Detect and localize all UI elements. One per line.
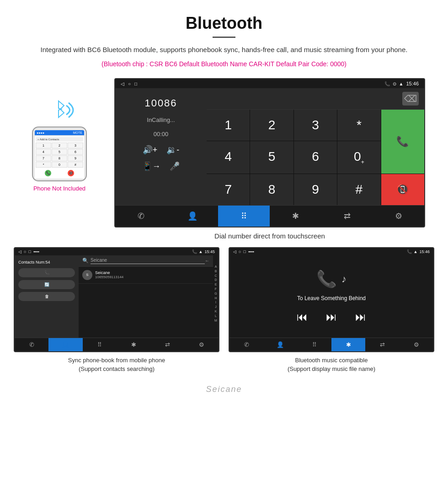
numeric-keypad: 1 2 3 * 📞 4 5 6 0+ 7 8 9 # 📵 bbox=[207, 110, 424, 205]
nav-contacts[interactable]: 👤 bbox=[167, 206, 219, 227]
location-icon: ⊙ bbox=[393, 81, 396, 86]
main-screen-caption: Dial number direct from touchscreen bbox=[214, 232, 325, 240]
mute-icon[interactable]: 🎤 bbox=[170, 161, 180, 171]
contact-avatar: S bbox=[82, 270, 92, 280]
alpha-c[interactable]: C bbox=[213, 274, 219, 278]
nav-bluetooth[interactable]: ✱ bbox=[270, 206, 321, 227]
phone-key-3[interactable]: 3 bbox=[68, 143, 83, 148]
key-star[interactable]: * bbox=[337, 110, 380, 141]
key-3[interactable]: 3 bbox=[294, 110, 337, 141]
nav-settings[interactable]: ⚙ bbox=[373, 206, 424, 227]
music-nav-transfer[interactable]: ⇄ bbox=[365, 338, 399, 351]
phone-key-star[interactable]: * bbox=[36, 162, 51, 168]
nav-dialpad[interactable]: ⠿ bbox=[218, 206, 270, 227]
call-controls: 🔊+ 🔉- 📱→ 🎤 bbox=[123, 145, 199, 171]
phone-key-8[interactable]: 8 bbox=[52, 155, 67, 161]
alpha-g[interactable]: G bbox=[213, 291, 219, 296]
music-nav-contacts[interactable]: 👤 bbox=[263, 338, 297, 351]
music-recents-icon[interactable]: □ bbox=[243, 249, 245, 254]
contacts-home-icon[interactable]: ○ bbox=[24, 249, 26, 254]
music-nav-bluetooth[interactable]: ✱ bbox=[331, 338, 365, 351]
phone-key-9[interactable]: 9 bbox=[68, 155, 83, 161]
contact-item[interactable]: S Seicane 10655059113144 bbox=[79, 267, 213, 284]
alpha-e[interactable]: E bbox=[213, 282, 219, 287]
sync-button[interactable]: 🔄 bbox=[18, 280, 75, 289]
alpha-l[interactable]: L bbox=[213, 314, 219, 318]
home-icon[interactable]: ○ bbox=[128, 81, 131, 86]
contacts-nav-settings[interactable]: ⚙ bbox=[185, 338, 219, 351]
volume-up-icon[interactable]: 🔊+ bbox=[143, 145, 158, 155]
alpha-h[interactable]: H bbox=[213, 296, 219, 301]
contacts-caption: Sync phone-book from mobile phone (Suppo… bbox=[68, 356, 165, 374]
end-call-button[interactable]: 📵 bbox=[381, 174, 424, 205]
music-body: 📞 ♪ To Leave Something Behind ⏮ ⏭ ⏭ bbox=[229, 255, 433, 338]
phone-dialpad: 1 2 3 4 5 6 7 8 9 * 0 # bbox=[36, 143, 83, 168]
search-input[interactable]: Seicane bbox=[91, 258, 205, 264]
delete-button[interactable]: 🗑 bbox=[18, 292, 75, 301]
alpha-b[interactable]: B bbox=[213, 269, 219, 274]
call-contact-button[interactable]: 📞 bbox=[18, 268, 75, 277]
phone-key-5[interactable]: 5 bbox=[52, 149, 67, 155]
contacts-count: Contacts Num:54 bbox=[18, 260, 75, 264]
key-9[interactable]: 9 bbox=[294, 174, 337, 205]
contacts-notif-icon: ▪▪▪▪ bbox=[33, 249, 39, 254]
contacts-back-icon[interactable]: ◁ bbox=[18, 249, 21, 254]
alpha-k[interactable]: K bbox=[213, 309, 219, 314]
call-green-button[interactable]: 📞 bbox=[381, 110, 424, 174]
nav-transfer[interactable]: ⇄ bbox=[321, 206, 373, 227]
music-nav-call[interactable]: ✆ bbox=[229, 338, 263, 351]
back-icon[interactable]: ◁ bbox=[121, 81, 124, 86]
contacts-nav-dialpad[interactable]: ⠿ bbox=[83, 338, 117, 351]
delete-icon: 🗑 bbox=[45, 294, 49, 299]
prev-track-button[interactable]: ⏮ bbox=[297, 311, 308, 323]
music-nav-settings[interactable]: ⚙ bbox=[400, 338, 433, 351]
key-8[interactable]: 8 bbox=[250, 174, 293, 205]
nav-call[interactable]: ✆ bbox=[115, 206, 167, 227]
key-2[interactable]: 2 bbox=[250, 110, 293, 141]
phone-end-button[interactable]: 📵 bbox=[68, 170, 74, 176]
recents-icon[interactable]: □ bbox=[134, 81, 137, 86]
music-nav-dialpad[interactable]: ⠿ bbox=[298, 338, 331, 351]
phone-key-6[interactable]: 6 bbox=[68, 149, 83, 155]
music-back-icon[interactable]: ◁ bbox=[233, 249, 236, 254]
backspace-button[interactable]: ⌫ bbox=[402, 92, 419, 106]
key-0plus[interactable]: 0+ bbox=[337, 141, 380, 174]
phone-key-hash[interactable]: # bbox=[68, 162, 83, 168]
phone-call-button[interactable]: 📞 bbox=[45, 170, 51, 176]
contacts-recents-icon[interactable]: □ bbox=[28, 249, 31, 254]
phone-key-2[interactable]: 2 bbox=[52, 143, 67, 148]
music-home-icon[interactable]: ○ bbox=[239, 249, 241, 254]
phone-key-7[interactable]: 7 bbox=[36, 155, 51, 161]
alpha-a[interactable]: A bbox=[213, 264, 219, 269]
phone-key-4[interactable]: 4 bbox=[36, 149, 51, 155]
key-4[interactable]: 4 bbox=[207, 141, 250, 174]
music-playback-controls: ⏮ ⏭ ⏭ bbox=[297, 311, 366, 323]
alpha-j[interactable]: J bbox=[213, 305, 219, 309]
music-nav-bar: ✆ 👤 ⠿ ✱ ⇄ ⚙ bbox=[229, 338, 433, 351]
next-track-button[interactable]: ⏭ bbox=[355, 311, 366, 323]
status-right-icons: 📞 ⊙ ▲ 15:46 bbox=[384, 81, 419, 86]
phone-screen: + Add to Contacts 1 2 3 4 5 6 7 8 9 * 0 … bbox=[35, 136, 84, 179]
search-back-icon[interactable]: ← bbox=[205, 258, 209, 263]
contacts-nav-bluetooth[interactable]: ✱ bbox=[117, 338, 150, 351]
contacts-nav-transfer[interactable]: ⇄ bbox=[150, 338, 184, 351]
key-hash[interactable]: # bbox=[337, 174, 380, 205]
key-1[interactable]: 1 bbox=[207, 110, 250, 141]
key-6[interactable]: 6 bbox=[294, 141, 337, 174]
alpha-f[interactable]: F bbox=[213, 287, 219, 291]
contacts-nav-contacts[interactable]: 👤 bbox=[48, 338, 82, 351]
play-pause-button[interactable]: ⏭ bbox=[326, 311, 337, 323]
music-signal-icon: ▲ bbox=[414, 249, 418, 254]
phone-key-0[interactable]: 0 bbox=[52, 162, 67, 168]
volume-down-icon[interactable]: 🔉- bbox=[166, 145, 179, 155]
alpha-m[interactable]: M bbox=[213, 318, 219, 323]
contacts-status-left: ◁ ○ □ ▪▪▪▪ bbox=[18, 249, 39, 254]
key-7[interactable]: 7 bbox=[207, 174, 250, 205]
key-5[interactable]: 5 bbox=[250, 141, 293, 174]
alpha-d[interactable]: D bbox=[213, 278, 219, 282]
phone-key-1[interactable]: 1 bbox=[36, 143, 51, 148]
transfer-icon[interactable]: 📱→ bbox=[142, 161, 160, 171]
contacts-nav-call[interactable]: ✆ bbox=[15, 338, 48, 351]
dialed-number-display: 10086 bbox=[144, 97, 177, 109]
alpha-i[interactable]: I bbox=[213, 300, 219, 305]
